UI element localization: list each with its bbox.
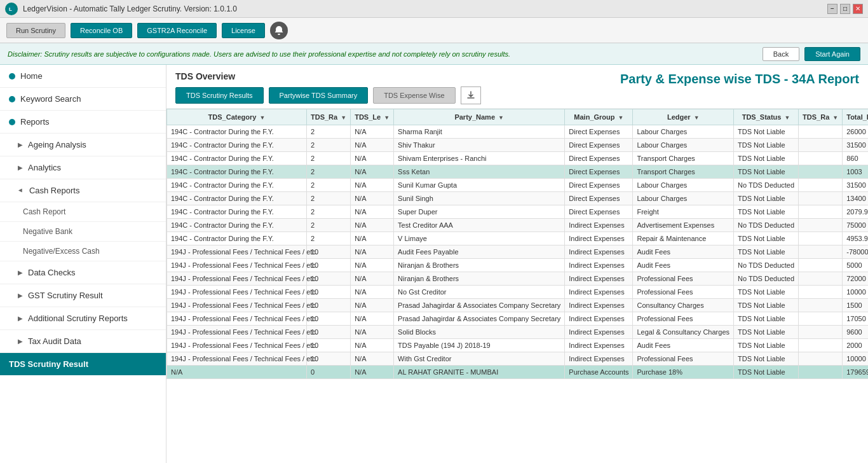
minimize-button[interactable]: − [827,4,837,14]
sidebar-item-keyword-search[interactable]: Keyword Search [0,88,166,111]
table-cell [799,179,843,192]
sidebar-tds-scrutiny-label: TDS Scrutiny Result [9,359,88,369]
col-header-ledger: Ledger ▼ [633,109,734,125]
tds-expense-wise-button[interactable]: TDS Expense Wise [373,87,455,104]
table-row: 194C - Contractor During the F.Y.2N/ASss… [167,165,869,179]
table-cell: Sharma Ranjit [394,125,565,139]
sidebar-sub-negative-bank[interactable]: Negative Bank [0,222,166,242]
sidebar-item-cash-reports[interactable]: ▼ Cash Reports [0,179,166,202]
home-dot-icon [9,73,15,79]
table-row: 194J - Professional Fees / Technical Fee… [167,299,869,312]
back-button[interactable]: Back [763,47,799,61]
table-cell: TDS Not Liable [734,299,799,312]
start-again-button[interactable]: Start Again [804,47,860,61]
sidebar-keyword-label: Keyword Search [20,94,81,104]
content-header: TDS Overview TDS Scrutiny Results Partyw… [166,65,868,109]
close-button[interactable]: ✕ [853,4,863,14]
table-cell: 2 [307,152,351,165]
table-cell: Labour Charges [633,139,734,152]
data-checks-arrow-icon: ▶ [18,269,23,276]
table-row: 194J - Professional Fees / Technical Fee… [167,259,869,272]
download-button[interactable] [461,86,481,104]
action-buttons: TDS Scrutiny Results Partywise TDS Summa… [175,86,481,104]
table-row: 194C - Contractor During the F.Y.2N/ASun… [167,179,869,192]
table-cell: N/A [351,192,394,205]
table-cell: TDS Not Liable [734,232,799,245]
table-cell: Super Duper [394,205,565,219]
table-cell: 194J - Professional Fees / Technical Fee… [167,326,307,339]
table-cell: Labour Charges [633,179,734,192]
toolbar: Run Scrutiny Reconcile OB GSTR2A Reconci… [0,18,868,43]
table-cell [799,219,843,232]
table-cell: Professional Fees [633,286,734,299]
sidebar-sub-negative-excess-cash[interactable]: Negative/Excess Cash [0,242,166,261]
table-cell: With Gst Creditor [394,352,565,366]
sidebar-item-ageing-analysis[interactable]: ▶ Ageing Analysis [0,134,166,156]
col-header-tds-status: TDS_Status ▼ [734,109,799,125]
run-scrutiny-button[interactable]: Run Scrutiny [6,23,65,38]
table-cell: Professional Fees [633,352,734,366]
sidebar-sub-cash-report[interactable]: Cash Report [0,202,166,222]
sidebar-item-analytics[interactable]: ▶ Analytics [0,156,166,179]
sidebar-item-tax-audit[interactable]: ▶ Tax Audit Data [0,330,166,353]
table-cell: Professional Fees [633,272,734,286]
table-cell: Direct Expenses [565,125,633,139]
table-cell: N/A [351,219,394,232]
table-row: 194C - Contractor During the F.Y.2N/AShi… [167,139,869,152]
table-cell: 194J - Professional Fees / Technical Fee… [167,272,307,286]
table-cell: Purchase 18% [633,366,734,379]
license-button[interactable]: License [222,23,265,38]
sidebar-item-tds-scrutiny[interactable]: TDS Scrutiny Result [0,353,166,375]
tds-scrutiny-results-button[interactable]: TDS Scrutiny Results [175,87,264,104]
table-cell: 10 [307,299,351,312]
table-cell: 13400 [843,192,868,205]
table-cell: No TDS Deducted [734,219,799,232]
sidebar-negative-excess-cash-label: Negative/Excess Cash [23,247,100,256]
col-header-total-expense: Total_Ex ▼ [843,109,868,125]
sidebar-item-reports[interactable]: Reports [0,111,166,134]
table-cell: TDS Not Liable [734,286,799,299]
app-title: LedgerVision - Automatic Tally Ledger Sc… [23,4,237,13]
table-cell: 194C - Contractor During the F.Y. [167,205,307,219]
maximize-button[interactable]: □ [840,4,850,14]
sidebar-item-gst-scrutiny[interactable]: ▶ GST Scrutiny Result [0,284,166,307]
data-table-container[interactable]: TDS_Category ▼ TDS_Ra ▼ TDS_Le ▼ Party_N… [166,109,868,463]
table-cell: 2 [307,219,351,232]
page-title: TDS Overview [175,71,481,81]
reconcile-ob-button[interactable]: Reconcile OB [71,23,132,38]
sidebar-analytics-label: Analytics [28,163,61,172]
table-cell: 194C - Contractor During the F.Y. [167,165,307,179]
table-cell: 31500 [843,139,868,152]
table-row: 194C - Contractor During the F.Y.2N/AShi… [167,152,869,165]
table-cell: 194J - Professional Fees / Technical Fee… [167,299,307,312]
table-cell: 860 [843,152,868,165]
table-cell: TDS Not Liable [734,125,799,139]
notification-bell-icon[interactable] [270,22,288,39]
table-cell: 10 [307,326,351,339]
analytics-arrow-icon: ▶ [18,164,23,171]
table-cell: 10000 [843,352,868,366]
sidebar-item-additional-scrutiny[interactable]: ▶ Additional Scrutiny Reports [0,307,166,330]
table-cell: Audit Fees [633,259,734,272]
table-cell: N/A [351,312,394,326]
table-cell: N/A [351,352,394,366]
sidebar-item-data-checks[interactable]: ▶ Data Checks [0,261,166,284]
gstr2a-reconcile-button[interactable]: GSTR2A Reconcile [137,23,217,38]
disclaimer-bar: Disclaimer: Scrutiny results are subject… [0,43,868,65]
table-cell: No TDS Deducted [734,259,799,272]
table-cell: 194C - Contractor During the F.Y. [167,192,307,205]
table-cell: 4953.9 [843,232,868,245]
partywise-tds-summary-button[interactable]: Partywise TDS Summary [269,87,369,104]
table-cell: 194C - Contractor During the F.Y. [167,125,307,139]
table-cell: 72000 [843,272,868,286]
col-header-tds-rate2: TDS_Ra ▼ [799,109,843,125]
table-cell: Sss Ketan [394,165,565,179]
tax-audit-arrow-icon: ▶ [18,338,23,345]
table-cell: N/A [351,125,394,139]
sidebar-additional-scrutiny-label: Additional Scrutiny Reports [28,314,128,323]
table-cell: TDS Not Liable [734,192,799,205]
reports-dot-icon [9,119,15,125]
col-header-main-group: Main_Group ▼ [565,109,633,125]
sidebar-item-home[interactable]: Home [0,65,166,88]
table-cell: -78000 [843,245,868,259]
